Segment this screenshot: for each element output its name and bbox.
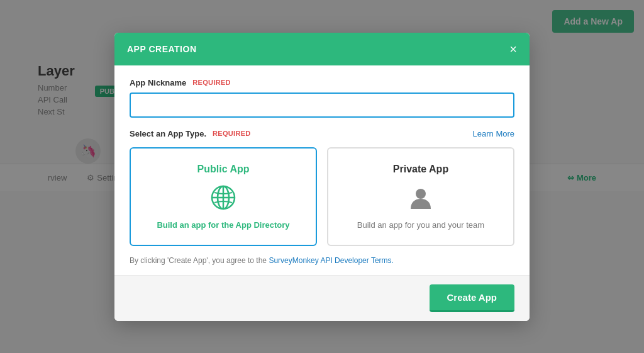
svg-point-4 — [416, 189, 426, 199]
app-type-cards: Public App Build an app for the App Dire… — [130, 147, 514, 246]
modal-title: APP CREATION — [127, 44, 197, 54]
private-app-icon-container — [338, 184, 503, 211]
app-creation-modal: APP CREATION × App Nickname REQUIRED Sel… — [114, 33, 530, 321]
app-type-label: Select an App Type. — [130, 129, 206, 138]
nickname-label-row: App Nickname REQUIRED — [130, 78, 514, 87]
private-app-card[interactable]: Private App Build an app for you and you… — [327, 147, 514, 246]
public-app-card[interactable]: Public App Build an app for the App Dire… — [130, 147, 317, 246]
modal-header: APP CREATION × — [114, 33, 530, 65]
private-app-description: Build an app for you and your team — [338, 220, 503, 230]
private-app-title: Private App — [338, 164, 503, 175]
public-app-icon-container — [141, 184, 306, 211]
modal-body: App Nickname REQUIRED Select an App Type… — [114, 65, 530, 275]
modal-overlay: APP CREATION × App Nickname REQUIRED Sel… — [0, 0, 644, 353]
public-app-description: Build an app for the App Directory — [141, 220, 306, 230]
public-app-title: Public App — [141, 164, 306, 175]
create-app-button[interactable]: Create App — [430, 284, 514, 312]
terms-link[interactable]: SurveyMonkey API Developer Terms. — [269, 256, 394, 265]
app-type-label-group: Select an App Type. REQUIRED — [130, 129, 251, 138]
person-icon — [407, 184, 435, 211]
modal-close-button[interactable]: × — [509, 43, 517, 55]
learn-more-link[interactable]: Learn More — [473, 129, 514, 138]
modal-footer: Create App — [114, 275, 530, 321]
terms-text: By clicking 'Create App', you agree to t… — [130, 256, 514, 265]
globe-icon — [209, 184, 237, 211]
nickname-required-badge: REQUIRED — [192, 79, 230, 86]
app-type-label-row: Select an App Type. REQUIRED Learn More — [130, 129, 514, 138]
nickname-label: App Nickname — [130, 78, 186, 87]
app-type-required-badge: REQUIRED — [213, 130, 250, 137]
nickname-input[interactable] — [130, 92, 514, 118]
